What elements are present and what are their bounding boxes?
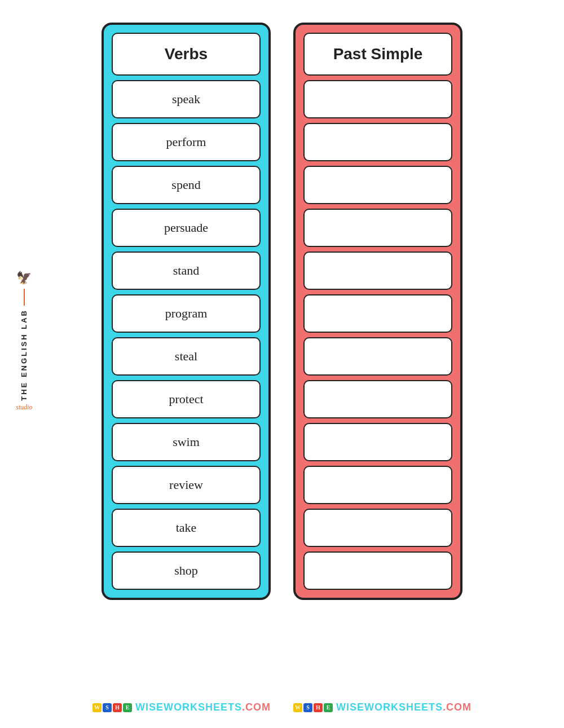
footer-icon-right: W S H E	[293, 703, 333, 712]
icon-blue: S	[103, 703, 112, 712]
past-answer-row[interactable]	[303, 166, 452, 204]
verb-row: protect	[112, 380, 261, 418]
logo-studio-text: studio	[16, 403, 32, 412]
verb-row: review	[112, 466, 261, 504]
footer-brand-left: W S H E WISEWORKSHEETS.COM	[92, 701, 271, 713]
logo: 🦅 THE ENGLISH LAB studio	[16, 271, 32, 412]
icon-yellow-2: W	[293, 703, 302, 712]
past-answer-row[interactable]	[303, 80, 452, 118]
past-answer-row[interactable]	[303, 551, 452, 590]
past-answer-row[interactable]	[303, 423, 452, 461]
verbs-column: Verbs speak perform spend persuade stand…	[102, 23, 271, 600]
icon-blue-2: S	[303, 703, 312, 712]
past-answer-row[interactable]	[303, 509, 452, 547]
worksheet-content: Verbs speak perform spend persuade stand…	[102, 23, 462, 686]
verb-row: swim	[112, 423, 261, 461]
icon-red-2: H	[314, 703, 323, 712]
logo-text: THE ENGLISH LAB	[20, 309, 28, 401]
icon-green: E	[123, 703, 132, 712]
past-answer-row[interactable]	[303, 337, 452, 376]
footer-brand-right: W S H E WISEWORKSHEETS.COM	[293, 701, 472, 713]
verb-row: stand	[112, 252, 261, 290]
verb-row: take	[112, 509, 261, 547]
verb-row: speak	[112, 80, 261, 118]
verb-row: perform	[112, 123, 261, 161]
footer-icon-left: W S H E	[92, 703, 132, 712]
footer-text-left: WISEWORKSHEETS.COM	[135, 701, 271, 713]
past-answer-row[interactable]	[303, 380, 452, 418]
verb-row: shop	[112, 551, 261, 590]
icon-green-2: E	[324, 703, 333, 712]
icon-yellow: W	[92, 703, 102, 712]
verbs-header: Verbs	[112, 33, 261, 76]
logo-bird-icon: 🦅	[16, 271, 32, 285]
past-answer-row[interactable]	[303, 466, 452, 504]
past-answer-row[interactable]	[303, 252, 452, 290]
past-answer-row[interactable]	[303, 123, 452, 161]
verb-row: persuade	[112, 209, 261, 247]
footer: W S H E WISEWORKSHEETS.COM W S H E WISEW…	[0, 696, 564, 717]
footer-text-right: WISEWORKSHEETS.COM	[336, 701, 472, 713]
verb-row: steal	[112, 337, 261, 376]
past-answer-row[interactable]	[303, 294, 452, 333]
verb-row: program	[112, 294, 261, 333]
verb-row: spend	[112, 166, 261, 204]
icon-red: H	[113, 703, 122, 712]
logo-divider	[24, 289, 25, 306]
past-column: Past Simple	[293, 23, 462, 600]
past-header: Past Simple	[303, 33, 452, 76]
past-answer-row[interactable]	[303, 209, 452, 247]
